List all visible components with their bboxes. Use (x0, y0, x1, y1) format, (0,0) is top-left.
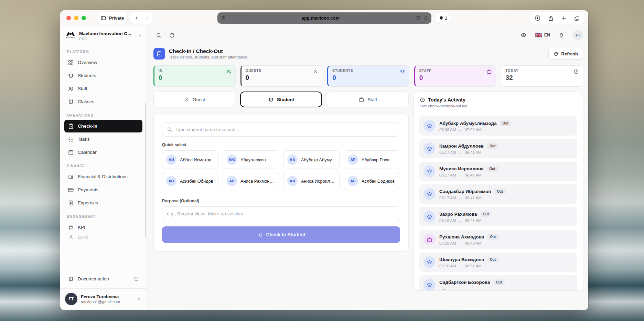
stat-value: 0 (419, 74, 492, 81)
back-button[interactable] (131, 13, 142, 23)
activity-entry: Шохнура Вохидова Out 05:16 AM 06:51 AM (419, 253, 577, 272)
tab-label: Staff (367, 97, 377, 102)
org-switcher[interactable]: MAVLONO Mavlono Innovation C... PRO (60, 26, 147, 44)
activity-title: Today's Activity (428, 97, 465, 103)
close-window-button[interactable] (66, 16, 71, 20)
sync-icon[interactable] (167, 30, 177, 40)
topbar-avatar[interactable]: FT (573, 30, 583, 40)
org-name: Mavlono Innovation C... (79, 31, 131, 36)
quick-select-student-button[interactable]: АИ Аббос Исматов (162, 150, 218, 169)
entry-type-avatar (423, 188, 435, 200)
desktop-wallpaper: Private app.mavlono.com 1 (0, 0, 644, 321)
chevrons-up-down-icon (137, 297, 142, 302)
sidebar-scrollbar[interactable] (145, 103, 146, 237)
content-blocker-badge[interactable]: 1 (435, 12, 451, 24)
notifications-bell-icon[interactable] (556, 30, 567, 40)
sidebar-nav: PLATFORM Overview Students Staff C (60, 44, 147, 270)
stat-card: STUDENTS 0 (327, 65, 409, 87)
reader-icon[interactable] (221, 15, 226, 21)
minimize-window-button[interactable] (74, 16, 78, 20)
sidebar-item[interactable]: Students (64, 69, 142, 82)
sidebar-item[interactable]: Check-In (64, 120, 142, 132)
entry-status-badge: Out (493, 279, 505, 285)
quick-select-student-button[interactable]: АР Абубакр Рахимов (344, 150, 400, 169)
share-icon[interactable] (548, 15, 554, 21)
tab[interactable]: Staff (327, 92, 409, 107)
user-menu[interactable]: FT Feruza Turaboeva mavlono1@gmail.com (60, 288, 147, 310)
stat-card: TODAY 32 (501, 65, 583, 87)
language-selector[interactable]: EN (535, 33, 550, 38)
sidebar-item[interactable]: Expenses (64, 196, 142, 209)
url-permissions-icon[interactable] (416, 15, 421, 21)
quick-select-student-button[interactable]: АА Абубакр Абуму... (283, 150, 340, 169)
downloads-icon[interactable] (534, 15, 541, 21)
blocker-count: 1 (445, 16, 448, 21)
entry-type-avatar (423, 234, 435, 245)
sidebar-item-label: Staff (78, 86, 87, 91)
stat-value: 0 (159, 74, 231, 81)
entry-status-badge: Out (480, 211, 492, 217)
tab[interactable]: Student (240, 92, 322, 107)
student-name: Аббос Исматов (180, 157, 211, 162)
quick-select-student-button[interactable]: АЮ Абдулложон Ю... (223, 150, 279, 169)
entry-time-out: 07:02 AM (465, 128, 482, 132)
entry-status-badge: Out (487, 257, 498, 263)
global-search-icon[interactable] (153, 30, 164, 40)
sidebar-item[interactable]: Staff (64, 82, 142, 95)
sidebar-item[interactable]: Overview (64, 56, 142, 69)
quick-select-student-button[interactable]: АИ Аниса Исроило... (283, 172, 340, 190)
entry-name: Рухшона Ахмадова (439, 234, 484, 239)
sidebar-bottom: Documentation (60, 270, 147, 286)
tab-overview-icon[interactable] (574, 15, 580, 21)
student-name: Аниса Исроило... (301, 179, 335, 184)
sidebar-item[interactable]: Classes (64, 95, 142, 108)
student-name: Абубакр Рахимов (362, 157, 396, 162)
address-bar[interactable]: app.mavlono.com (217, 12, 431, 24)
clock-icon (420, 97, 425, 103)
sidebar-item-documentation[interactable]: Documentation (64, 272, 142, 285)
sidebar-item[interactable]: Calendar (64, 146, 142, 159)
activity-entry: Саидакбар Ибрагимов Out 05:17 AM 06:41 A… (419, 184, 577, 204)
entry-time-in: 05:17 AM (439, 173, 456, 177)
new-tab-icon[interactable] (561, 15, 567, 21)
visibility-icon[interactable] (518, 30, 529, 40)
user-name: Feruza Turaboeva (81, 294, 133, 299)
sidebar-item-label: Tasks (78, 137, 90, 142)
reload-icon[interactable] (423, 16, 428, 21)
student-search-input[interactable] (175, 127, 395, 132)
forward-button[interactable] (142, 13, 152, 23)
sidebar-item[interactable]: Financial & Distributions (64, 170, 142, 183)
activity-list[interactable]: Абубакр Абумуслимзода Out 06:38 AM 07:02… (414, 112, 583, 290)
collapse-sidebar-icon[interactable] (137, 33, 142, 38)
sidebar-item[interactable]: KPI (64, 221, 142, 234)
main-content: EN FT Check-In / Check-Out Track visitor… (147, 26, 588, 310)
entry-status-badge: Out (487, 234, 498, 240)
entry-time-in: 05:16 AM (439, 218, 456, 223)
purpose-input[interactable] (167, 211, 395, 216)
sidebar-item[interactable]: Tasks (64, 133, 142, 146)
check-in-student-button[interactable]: Check In Student (162, 226, 400, 243)
quick-select-student-button[interactable]: АО Азизбек Обидов (162, 172, 218, 190)
tab[interactable]: Guest (153, 92, 235, 107)
sidebar-item-label: Overview (78, 60, 97, 65)
sidebar-item[interactable]: Payments (64, 183, 142, 196)
entry-times: 05:17 AM 06:41 AM (439, 196, 573, 200)
zoom-window-button[interactable] (82, 16, 86, 20)
external-link-icon (134, 276, 139, 281)
browser-window: Private app.mavlono.com 1 (60, 10, 588, 310)
stat-card: IN 0 (153, 65, 236, 87)
entry-times (439, 287, 573, 291)
entry-name: Муниса Исроилова (439, 166, 483, 171)
purpose-field-box (162, 206, 400, 221)
app-sidebar: MAVLONO Mavlono Innovation C... PRO PLAT… (60, 26, 147, 310)
entry-time-in: 06:38 AM (439, 128, 456, 132)
sidebar-item[interactable]: CRM (64, 234, 142, 240)
sidebar-item-label: CRM (78, 235, 88, 240)
quick-select-student-button[interactable]: АС Аслбек Содиков (344, 172, 400, 190)
refresh-button[interactable]: Refresh (548, 48, 583, 60)
quick-select-student-button[interactable]: АР Аниса Рахмонб... (223, 172, 279, 190)
private-browsing-badge[interactable]: Private (97, 12, 127, 24)
activity-entry: Рухшона Ахмадова Out 05:16 AM 06:40 AM (419, 230, 577, 249)
entry-status-badge: Out (486, 166, 498, 172)
student-name: Аслбек Содиков (362, 179, 395, 184)
